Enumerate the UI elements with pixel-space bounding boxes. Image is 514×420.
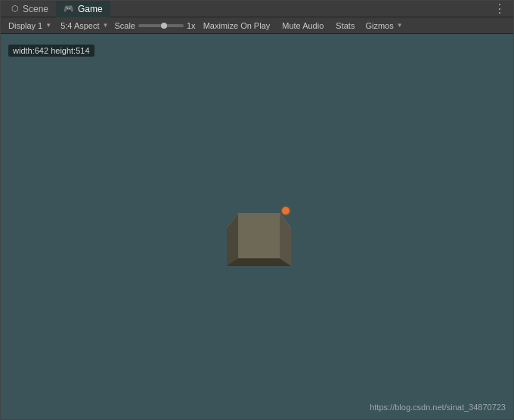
scene-icon: ⬡ xyxy=(11,4,19,14)
scale-label: Scale xyxy=(114,21,135,30)
mute-label: Mute Audio xyxy=(282,21,324,30)
tab-more-button[interactable]: ⋮ xyxy=(489,1,510,17)
game-icon: 🎮 xyxy=(63,4,74,14)
svg-marker-2 xyxy=(238,213,280,258)
svg-marker-5 xyxy=(280,213,291,266)
aspect-label: 5:4 Aspect xyxy=(60,21,99,30)
orange-dot xyxy=(282,207,290,215)
toolbar: Display 1 ▼ 5:4 Aspect ▼ Scale 1x Maximi… xyxy=(1,17,513,34)
tab-game-label: Game xyxy=(78,4,103,14)
maximize-button[interactable]: Maximize On Play xyxy=(199,19,275,32)
watermark: https://blog.csdn.net/sinat_34870723 xyxy=(370,403,506,412)
maximize-label: Maximize On Play xyxy=(203,21,271,30)
cube-svg xyxy=(215,196,306,279)
tab-scene[interactable]: ⬡ Scene xyxy=(4,1,56,17)
gizmos-arrow-icon: ▼ xyxy=(397,22,403,29)
display-arrow-icon: ▼ xyxy=(45,22,51,29)
gizmos-dropdown[interactable]: Gizmos ▼ xyxy=(362,19,405,32)
tab-game[interactable]: 🎮 Game xyxy=(56,1,110,17)
gizmos-label: Gizmos xyxy=(365,21,393,30)
scale-control: Scale 1x xyxy=(114,21,195,30)
tab-bar: ⬡ Scene 🎮 Game ⋮ xyxy=(1,1,513,17)
stats-button[interactable]: Stats xyxy=(331,19,359,32)
tab-scene-label: Scene xyxy=(23,4,48,14)
scale-thumb xyxy=(161,23,167,29)
display-label: Display 1 xyxy=(8,21,42,30)
mute-button[interactable]: Mute Audio xyxy=(277,19,328,32)
scale-slider[interactable] xyxy=(138,24,184,27)
game-viewport: width:642 height:514 https://blog.csdn.n… xyxy=(1,34,513,419)
stats-label: Stats xyxy=(336,21,355,30)
cube-object xyxy=(215,196,299,279)
unity-window: ⬡ Scene 🎮 Game ⋮ Display 1 ▼ 5:4 Aspect … xyxy=(0,0,514,420)
dimension-label: width:642 height:514 xyxy=(8,45,94,57)
aspect-dropdown[interactable]: 5:4 Aspect ▼ xyxy=(57,19,111,32)
scale-value: 1x xyxy=(187,21,196,30)
aspect-arrow-icon: ▼ xyxy=(103,22,109,29)
display-dropdown[interactable]: Display 1 ▼ xyxy=(5,19,54,32)
